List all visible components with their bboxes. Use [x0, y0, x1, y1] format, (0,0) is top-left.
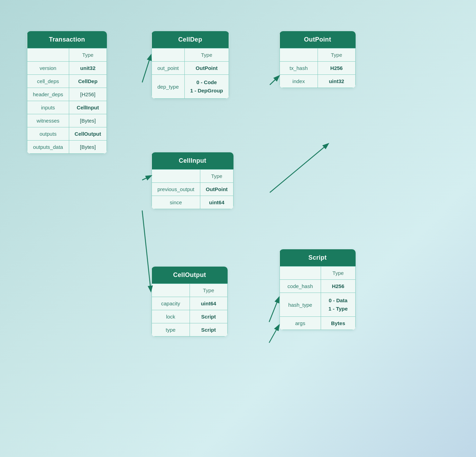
table-row: version unit32 [27, 62, 107, 75]
outpoint-title: OutPoint [280, 31, 356, 48]
field-index: index [280, 75, 318, 88]
table-row: witnesses [Bytes] [27, 114, 107, 127]
celloutput-col1-header [152, 284, 190, 297]
script-table: Script Type code_hash H256 hash_type 0 -… [280, 249, 356, 330]
type-deptype-val: 0 - Code 1 - DepGroup [184, 75, 229, 99]
script-col1-header [280, 267, 321, 280]
script-title: Script [280, 249, 356, 267]
type-script: Script [190, 310, 228, 323]
svg-line-2 [142, 176, 151, 180]
transaction-title: Transaction [27, 31, 107, 48]
type-uint64-2: uint64 [190, 297, 228, 310]
field-since: since [152, 196, 200, 209]
table-row: dep_type 0 - Code 1 - DepGroup [152, 75, 229, 99]
cellinput-header-row: Type [152, 170, 234, 183]
table-row: hash_type 0 - Data 1 - Type [280, 293, 356, 317]
table-row: capacity uint64 [152, 297, 228, 310]
field-header-deps: header_deps [27, 88, 69, 101]
type-hashtype-val: 0 - Data 1 - Type [321, 293, 355, 317]
field-dep-type: dep_type [152, 75, 185, 99]
celldep-title: CellDep [152, 31, 229, 48]
type-h256-2: H256 [321, 280, 355, 293]
field-lock: lock [152, 310, 190, 323]
field-capacity: capacity [152, 297, 190, 310]
celloutput-header-row: Type [152, 284, 228, 297]
field-tx-hash: tx_hash [280, 62, 318, 75]
table-row: outputs CellOutput [27, 127, 107, 141]
outpoint-header-row: Type [280, 48, 356, 62]
script-col2-header: Type [321, 267, 355, 280]
cellinput-table: CellInput Type previous_output OutPoint … [152, 152, 234, 209]
type-cellinput: CellInput [69, 101, 107, 114]
svg-line-6 [269, 325, 279, 343]
table-row: header_deps [H256] [27, 88, 107, 101]
field-code-hash: code_hash [280, 280, 321, 293]
svg-line-3 [270, 144, 328, 192]
table-row: cell_deps CellDep [27, 75, 107, 88]
table-row: tx_hash H256 [280, 62, 356, 75]
celldep-col1-header [152, 48, 185, 62]
table-row: type Script [152, 323, 228, 337]
svg-line-1 [270, 76, 279, 85]
celloutput-col2-header: Type [190, 284, 228, 297]
cellinput-col2-header: Type [200, 170, 233, 183]
celldep-table: CellDep Type out_point OutPoint dep_type… [152, 31, 229, 99]
outpoint-col1-header [280, 48, 318, 62]
field-inputs: inputs [27, 101, 69, 114]
field-out-point: out_point [152, 62, 185, 75]
type-outpoint: OutPoint [184, 62, 229, 75]
field-version: version [27, 62, 69, 75]
diagram: Transaction Type version unit32 cell_dep… [17, 14, 459, 443]
type-script2: Script [190, 323, 228, 337]
field-witnesses: witnesses [27, 114, 69, 127]
cellinput-title: CellInput [152, 152, 234, 170]
type-bytes: Bytes [321, 317, 355, 330]
transaction-header-row: Type [27, 48, 107, 62]
svg-line-4 [142, 210, 151, 291]
type-celldep: CellDep [69, 75, 107, 88]
celldep-col2-header: Type [184, 48, 229, 62]
transaction-col2-header: Type [69, 48, 107, 62]
type-bytes-arr2: [Bytes] [69, 141, 107, 154]
type-h256: H256 [318, 62, 356, 75]
type-celloutput: CellOutput [69, 127, 107, 141]
outpoint-table: OutPoint Type tx_hash H256 index uint32 [280, 31, 356, 88]
table-row: inputs CellInput [27, 101, 107, 114]
table-row: since uint64 [152, 196, 234, 209]
celloutput-title: CellOutput [152, 267, 228, 284]
field-cell-deps: cell_deps [27, 75, 69, 88]
script-header-row: Type [280, 267, 356, 280]
type-uint64: uint64 [200, 196, 233, 209]
field-type: type [152, 323, 190, 337]
table-row: args Bytes [280, 317, 356, 330]
table-row: code_hash H256 [280, 280, 356, 293]
svg-line-5 [269, 298, 279, 322]
table-row: outputs_data [Bytes] [27, 141, 107, 154]
field-outputs: outputs [27, 127, 69, 141]
field-args: args [280, 317, 321, 330]
outpoint-col2-header: Type [318, 48, 356, 62]
celloutput-table: CellOutput Type capacity uint64 lock Scr… [152, 267, 228, 337]
field-hash-type: hash_type [280, 293, 321, 317]
svg-line-0 [142, 55, 151, 82]
type-h256-arr: [H256] [69, 88, 107, 101]
table-row: out_point OutPoint [152, 62, 229, 75]
table-row: lock Script [152, 310, 228, 323]
field-outputs-data: outputs_data [27, 141, 69, 154]
type-bytes-arr: [Bytes] [69, 114, 107, 127]
transaction-table: Transaction Type version unit32 cell_dep… [27, 31, 107, 154]
table-row: previous_output OutPoint [152, 183, 234, 196]
celldep-header-row: Type [152, 48, 229, 62]
transaction-col1-header [27, 48, 69, 62]
type-unit32: unit32 [69, 62, 107, 75]
table-row: index uint32 [280, 75, 356, 88]
field-previous-output: previous_output [152, 183, 200, 196]
cellinput-col1-header [152, 170, 200, 183]
type-outpoint2: OutPoint [200, 183, 233, 196]
type-uint32: uint32 [318, 75, 356, 88]
